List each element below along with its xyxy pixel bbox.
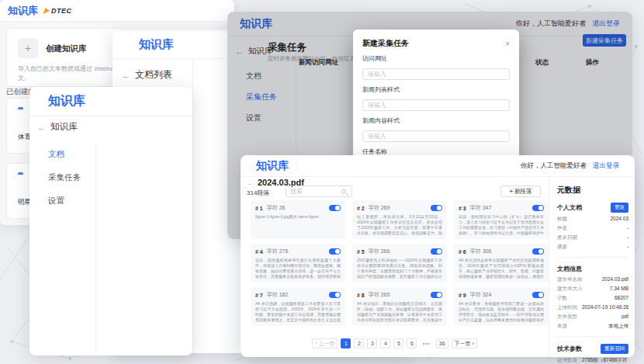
page-number[interactable]: 36 — [436, 338, 448, 348]
page-number[interactable]: 1 — [341, 338, 351, 348]
viewer-header: 知识库 你好，人工智能爱好者 退出登录 — [241, 155, 635, 177]
dtec-logo-icon — [43, 8, 51, 14]
chunk-enabled-toggle[interactable] — [329, 292, 341, 298]
prev-page-button[interactable]: ‹ 上一页 — [312, 338, 338, 348]
chunk-char-count: 字符 26 — [267, 204, 325, 212]
add-chunk-button[interactable]: + 新段落 — [500, 185, 541, 197]
recall-button[interactable]: 重新召回 — [601, 344, 628, 354]
next-page-button[interactable]: 下一页 › — [452, 338, 477, 348]
sidebar-item[interactable]: 文档 — [48, 149, 81, 160]
chunk-number: # 7 — [255, 293, 263, 298]
chunk-text: figure-1-figure-0.jpg图片 name:figure — [255, 214, 341, 220]
chunk-card[interactable]: # 3 字符 347 日前，党组理论学习中心组（扩大）进行集体学习，深入学习领会… — [454, 200, 549, 239]
search-icon — [341, 189, 346, 194]
app-logo: 知识库 — [139, 37, 174, 52]
chunk-char-count: 字符 182 — [267, 291, 325, 299]
chunk-char-count: 字符 347 — [470, 204, 528, 212]
arrow-left-icon: ← — [122, 71, 130, 80]
sidebar-item[interactable]: 设置 — [48, 196, 81, 206]
edit-meta-button[interactable]: 更改 — [611, 203, 628, 213]
chunk-card[interactable]: # 2 字符 269 站上新视野，谋划再出发。3月22日至23日，2024年全国… — [352, 200, 447, 239]
chunk-enabled-toggle[interactable] — [532, 292, 544, 298]
back-doclist[interactable]: ← 文档列表 — [122, 68, 172, 81]
chunk-card[interactable]: # 4 字符 276 近日，国家版权局发布年度打击侵权盗版十大案件，持续深入开展… — [251, 244, 345, 283]
chunk-card[interactable]: # 9 字符 324 A4 会议要求，各级版权管理部门要进一步提高政治站位，增强… — [454, 287, 549, 326]
window-kb-detail: 知识库 ← 知识库 文档采集任务设置 — [29, 87, 192, 355]
field-label-list-style: 新闻列表样式 — [362, 85, 510, 94]
app-logo: 知识库 — [8, 4, 38, 18]
back-label: 知识库 — [50, 121, 78, 133]
chunk-enabled-toggle[interactable] — [431, 248, 442, 255]
chunk-text: 近日，国家版权局发布年度打击侵权盗版十大案件，持续深入开展剑网专项行动，聚焦短视… — [255, 258, 341, 279]
doc-info-rows: 源文件名称2024.03.pdf源文件大小7.34 MB字数68207上传时间2… — [557, 276, 628, 330]
list-style-field[interactable] — [362, 99, 510, 111]
chunk-number: # 6 — [459, 249, 466, 255]
create-kb-title: 创建知识库 — [46, 43, 87, 54]
page-number[interactable]: ••• — [420, 338, 432, 348]
sidebar-divider — [192, 59, 193, 353]
meta-row: 处理数量2785段（87456字符） — [557, 357, 628, 364]
chunk-enabled-toggle[interactable] — [329, 248, 341, 255]
doc-info-heading: 文档信息 — [557, 265, 582, 273]
user-box: 你好，人工智能爱好者 退出登录 — [521, 161, 619, 171]
chunk-card[interactable]: # 7 字符 182 A4 会议强调，全国版权系统工作者要深入学习贯彻习近平文化… — [251, 287, 345, 326]
screen: 知识库 DTEC + 创建知识库 导入自己的文本数据或通过 Webhook实时写… — [0, 0, 644, 364]
personal-doc-rows: 标题2024.03作者-发表日期-摘要- — [557, 216, 628, 251]
kb-header: 知识库 — [29, 87, 192, 116]
chunk-number: # 9 — [459, 293, 466, 298]
chunk-number: # 5 — [357, 249, 365, 255]
page-number[interactable]: 3 — [367, 338, 377, 348]
app-logo: 知识库 — [48, 93, 85, 109]
kb-sidebar-nav: 文档采集任务设置 — [48, 149, 81, 206]
arrow-left-icon[interactable]: ← — [247, 179, 254, 187]
divider — [557, 336, 628, 337]
chunk-char-count: 字符 266 — [369, 248, 427, 255]
chunk-text: A4 会议要求，各级版权管理部门要进一步提高政治站位，增强责任感、使命感和紧迫感… — [459, 301, 544, 323]
chunk-enabled-toggle[interactable] — [431, 292, 442, 298]
meta-row: 作者- — [557, 225, 628, 232]
page-number[interactable]: 2 — [354, 338, 364, 348]
chunk-char-count: 字符 324 — [470, 291, 528, 299]
search-box — [286, 185, 352, 197]
chunk-card[interactable]: # 1 字符 26 figure-1-figure-0.jpg图片 name:f… — [251, 200, 345, 239]
chunk-char-count: 字符 269 — [369, 204, 427, 212]
chunk-count: 314段落 — [247, 189, 269, 197]
chunk-enabled-toggle[interactable] — [431, 205, 442, 211]
chunk-text: 日前，党组理论学习中心组（扩大）进行集体学习，深入学习领会习近平总书记关于宣传思… — [459, 214, 544, 236]
content-style-field[interactable] — [362, 130, 510, 142]
meta-row: 上传时间2024-07-19 10:46:26 — [557, 304, 628, 311]
logout-link[interactable]: 退出登录 — [593, 161, 619, 171]
page-number[interactable]: 5 — [393, 338, 403, 348]
app-logo: 知识库 — [256, 159, 289, 173]
home-header: 知识库 DTEC — [0, 0, 234, 22]
meta-row: 字数68207 — [557, 295, 628, 302]
search-input[interactable] — [290, 188, 341, 195]
divider — [557, 257, 628, 258]
pagination: ‹ 上一页 123456•••36 下一页 › — [241, 338, 549, 348]
url-field[interactable] — [362, 68, 510, 80]
chunk-text: A4 会议指出，要做好全国版权示范城市、示范园区（基地）创建工作，深化版权示范品… — [357, 301, 442, 323]
modal-title: 新建采集任务 — [362, 38, 409, 49]
chunk-enabled-toggle[interactable] — [532, 205, 544, 211]
chunk-card[interactable]: # 8 字符 265 A4 会议指出，要做好全国版权示范城市、示范园区（基地）创… — [352, 287, 447, 326]
metadata-sidebar: 元数据 个人文档 更改 标题2024.03作者-发表日期-摘要- 文档信息 源文… — [549, 177, 635, 357]
sidebar-item[interactable]: 采集任务 — [48, 172, 81, 183]
meta-row: 发表日期- — [557, 234, 628, 241]
close-icon[interactable]: × — [505, 40, 510, 48]
personal-doc-heading: 个人文档 — [557, 203, 582, 212]
chunk-enabled-toggle[interactable] — [532, 248, 544, 255]
meta-row: 来源本地上传 — [557, 323, 628, 330]
greeting-text: 你好，人工智能爱好者 — [521, 161, 587, 171]
back-kb[interactable]: ← 知识库 — [37, 121, 78, 133]
chunk-card[interactable]: # 5 字符 266 25年版权为人民谋福祉——2024年全国版权工作会议全面部… — [352, 244, 447, 283]
chunk-card[interactable]: # 6 字符 306 A4 会议还同步发布全国版权产业经济贡献调研报告。2024… — [454, 244, 549, 283]
page-number[interactable]: 4 — [380, 338, 390, 348]
chunk-enabled-toggle[interactable] — [329, 205, 341, 211]
page-number[interactable]: 6 — [407, 338, 417, 348]
meta-row: 文件类型pdf — [557, 314, 628, 321]
metadata-title: 元数据 — [557, 185, 628, 196]
field-label-url: 访问网址 — [362, 54, 510, 63]
meta-row: 摘要- — [557, 244, 628, 251]
chunk-text: 站上新视野，谋划再出发。3月22日至23日，2024年全国版权工作会议在北京召开… — [357, 214, 442, 236]
chunk-number: # 2 — [357, 206, 365, 211]
